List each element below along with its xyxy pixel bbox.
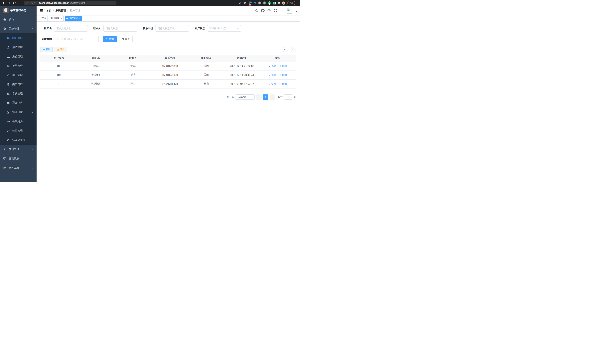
address-bar[interactable]: 不安全 | dashboard.yudao.iocoder.cn/system/…	[24, 1, 116, 5]
sidebar-item-online-user[interactable]: 在线用户	[0, 117, 37, 126]
sidebar-item-menu[interactable]: 菜单管理	[0, 61, 37, 71]
command-extension-icon[interactable]: ⌘	[258, 1, 261, 4]
github-icon[interactable]	[260, 8, 265, 13]
app-logo[interactable]: 芋道管理系统	[0, 6, 37, 15]
help-icon[interactable]	[267, 8, 272, 13]
status-select[interactable]: 请选择租户状态	[207, 25, 241, 32]
reset-button[interactable]: 重置	[119, 36, 133, 42]
close-icon[interactable]: ✕	[78, 17, 80, 19]
sidebar-item-notice[interactable]: 通知公告	[0, 98, 37, 108]
chrome-menu-icon[interactable]	[298, 2, 298, 4]
tenant-table: 租户编号 租户名 联系人 联系手机 租户状态 创建时间 操作 108 测试	[40, 55, 296, 88]
font-size-icon[interactable]: TT	[279, 8, 284, 13]
search-button[interactable]: 搜索	[103, 36, 117, 42]
screen: 不安全 | dashboard.yudao.iocoder.cn/system/…	[0, 0, 300, 182]
sidebar-item-tenant[interactable]: 租户管理	[0, 33, 37, 43]
url-host: dashboard.yudao.iocoder.cn	[39, 2, 69, 4]
sidebar-item-devtools[interactable]: 研发工具	[0, 163, 37, 173]
export-button[interactable]: 导出	[55, 47, 67, 52]
address-separator: |	[37, 2, 38, 4]
sidebar-collapse-icon[interactable]	[40, 9, 43, 12]
cell-phone: 17321315478	[151, 79, 188, 88]
download-icon	[57, 48, 59, 51]
browser-home-icon[interactable]	[18, 1, 21, 5]
cell-created: 2021-01-05 17:03:47	[224, 79, 260, 88]
sidebar-item-label: 用户管理	[12, 46, 23, 49]
close-icon[interactable]: ✕	[60, 17, 62, 19]
goto-page-input[interactable]	[284, 94, 292, 100]
share-icon[interactable]	[239, 2, 242, 4]
sidebar-item-audit-log[interactable]: 审计日志	[0, 108, 37, 117]
delete-button[interactable]: 删除	[279, 73, 287, 77]
add-button[interactable]: 新增	[40, 47, 53, 52]
page-size-select[interactable]: 10条/页	[236, 94, 254, 100]
active-dot	[66, 18, 68, 19]
phone-input[interactable]	[155, 25, 189, 32]
chevron-down-icon	[32, 111, 34, 113]
tenant-name-input[interactable]	[54, 25, 88, 32]
browser-back-icon[interactable]	[2, 1, 6, 5]
browser-forward-icon[interactable]	[7, 1, 11, 5]
users-icon	[7, 37, 10, 39]
sidebar-item-payment[interactable]: ¥ 支付管理	[0, 145, 37, 154]
sidebar-item-system[interactable]: 系统管理	[0, 24, 37, 33]
sidebar-item-infra[interactable]: 基础设施	[0, 154, 37, 163]
edit-icon	[269, 83, 271, 85]
sidebar-item-post[interactable]: 岗位管理	[0, 80, 37, 89]
chat-extension-icon[interactable]	[273, 2, 276, 4]
edit-button[interactable]: 修改	[269, 82, 276, 85]
profile-avatar-icon[interactable]	[282, 1, 285, 5]
page-size-value: 10条/页	[238, 95, 246, 99]
recorder-extension-icon[interactable]	[263, 1, 266, 4]
contact-input[interactable]	[103, 25, 137, 32]
sidebar-item-dict[interactable]: 字典管理	[0, 89, 37, 98]
edit-button[interactable]: 修改	[269, 64, 276, 68]
delete-button[interactable]: 删除	[279, 64, 287, 68]
sidebar-item-home[interactable]: 首页	[0, 15, 37, 24]
sidebar-item-label: 通知公告	[12, 101, 23, 105]
next-page-button[interactable]	[270, 94, 275, 100]
sidebar-item-user[interactable]: 用户管理	[0, 43, 37, 52]
sidebar-item-error-code[interactable]: 错误码管理	[0, 135, 37, 145]
show-search-toggle-button[interactable]	[282, 47, 288, 52]
sidebar-item-sms[interactable]: 短信管理	[0, 126, 37, 135]
security-warning[interactable]: 不安全	[26, 2, 36, 4]
yen-icon: ¥	[3, 148, 6, 151]
header-search-icon[interactable]	[254, 8, 259, 13]
green-y-extension-icon[interactable]: y	[268, 1, 271, 5]
breadcrumb-home[interactable]: 首页	[46, 9, 51, 12]
goto-label: 前往	[278, 95, 283, 99]
briefcase-icon	[3, 167, 6, 169]
avatar-dropdown-caret-icon[interactable]	[295, 11, 297, 12]
bookmark-star-icon[interactable]	[244, 1, 247, 4]
cell-status: 关闭	[188, 62, 224, 71]
puzzle-extensions-icon[interactable]	[278, 2, 280, 4]
sidebar-item-dept[interactable]: 部门管理	[0, 71, 37, 80]
user-avatar[interactable]	[287, 8, 292, 14]
refresh-table-button[interactable]	[291, 47, 296, 52]
breadcrumb-system[interactable]: 系统管理	[56, 9, 66, 12]
dictionary-icon	[7, 92, 10, 95]
prev-page-button[interactable]	[256, 94, 262, 100]
breadcrumb-current: 租户管理	[70, 9, 80, 12]
extension-squares-icon[interactable]: 10	[248, 1, 252, 5]
fullscreen-icon[interactable]	[273, 8, 278, 13]
edit-button[interactable]: 修改	[269, 73, 276, 77]
chevron-down-icon	[32, 130, 34, 132]
tab-dept[interactable]: 部门管理 ✕	[49, 16, 64, 21]
balloon-extension-icon[interactable]	[254, 1, 256, 4]
page-number-button[interactable]: 1	[263, 94, 268, 100]
start-date-placeholder: 开始日期	[60, 37, 70, 41]
sidebar-item-role[interactable]: 角色管理	[0, 52, 37, 61]
tab-tenant[interactable]: 租户管理 ✕	[65, 16, 82, 21]
tab-home[interactable]: 首页	[40, 16, 48, 21]
update-button[interactable]: 更新	[287, 1, 295, 5]
refresh-icon	[122, 38, 124, 40]
app-title: 芋道管理系统	[10, 9, 26, 12]
tab-label: 租户管理	[69, 17, 77, 20]
browser-reload-icon[interactable]	[12, 1, 16, 5]
breadcrumb-separator: /	[53, 9, 54, 12]
message-icon	[7, 102, 10, 104]
create-time-range-picker[interactable]: 开始日期 - 结束日期	[54, 36, 99, 42]
delete-button[interactable]: 删除	[279, 82, 287, 85]
